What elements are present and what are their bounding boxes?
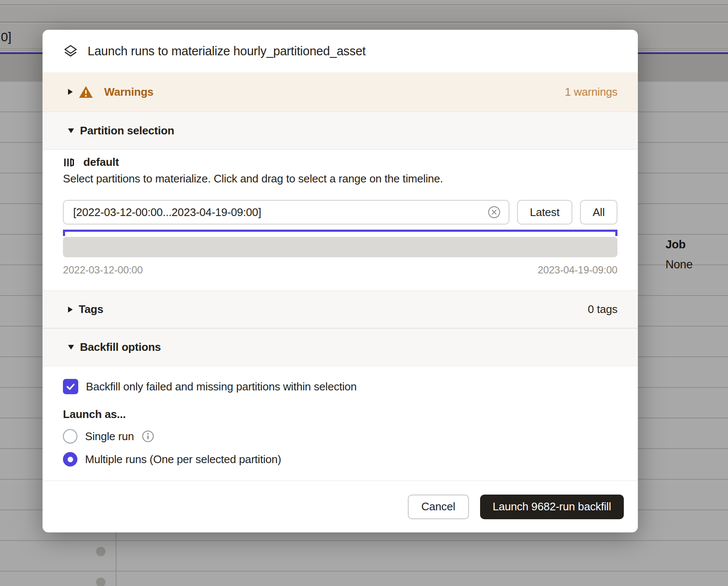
backfill-options-section-header[interactable]: Backfill options [43, 328, 638, 366]
backfill-options-title: Backfill options [80, 341, 161, 354]
partition-description: Select partitions to materialize. Click … [63, 172, 617, 185]
backfill-only-failed-row[interactable]: Backfill only failed and missing partiti… [63, 379, 617, 394]
partition-icon [63, 156, 76, 169]
partition-timeline[interactable] [63, 237, 617, 257]
caret-right-icon [68, 307, 73, 313]
launch-backfill-button[interactable]: Launch 9682-run backfill [480, 495, 624, 519]
tags-count: 0 tags [588, 303, 617, 316]
caret-down-icon [68, 128, 74, 133]
warning-icon [79, 85, 93, 99]
timeline-labels: 2022-03-12-00:00 2023-04-19-09:00 [63, 264, 617, 276]
dialog-footer: Cancel Launch 9682-run backfill [43, 481, 638, 532]
caret-right-icon [68, 89, 73, 95]
partition-selection-title: Partition selection [80, 124, 174, 137]
warnings-label: Warnings [104, 85, 154, 99]
warnings-section-header[interactable]: Warnings 1 warnings [43, 72, 638, 111]
partition-range-value: [2022-03-12-00:00...2023-04-19-09:00] [73, 206, 487, 219]
tags-title: Tags [79, 303, 103, 316]
partition-input-row: [2022-03-12-00:00...2023-04-19-09:00] La… [63, 200, 617, 225]
warnings-count: 1 warnings [565, 85, 617, 99]
tags-section-header[interactable]: Tags 0 tags [43, 290, 638, 328]
latest-button[interactable]: Latest [517, 200, 572, 225]
launch-backfill-dialog: Launch runs to materialize hourly_partit… [43, 30, 638, 532]
dimension-name: default [83, 156, 119, 169]
caret-down-icon [68, 345, 74, 350]
partition-selection-body: default Select partitions to materialize… [43, 150, 638, 290]
multiple-runs-radio[interactable] [63, 452, 77, 467]
timeline-start-label: 2022-03-12-00:00 [63, 264, 143, 276]
single-run-label: Single run [85, 430, 134, 443]
selection-range-bracket [63, 230, 617, 236]
multiple-runs-option[interactable]: Multiple runs (One per selected partitio… [63, 452, 617, 467]
backfill-only-failed-label: Backfill only failed and missing partiti… [86, 380, 357, 393]
single-run-radio[interactable] [63, 429, 77, 444]
single-run-option[interactable]: Single run [63, 429, 617, 444]
multiple-runs-label: Multiple runs (One per selected partitio… [85, 453, 281, 466]
dialog-title: Launch runs to materialize hourly_partit… [88, 44, 366, 58]
checkmark-icon [65, 381, 76, 392]
partition-range-input[interactable]: [2022-03-12-00:00...2023-04-19-09:00] [63, 200, 509, 225]
dialog-header: Launch runs to materialize hourly_partit… [43, 30, 638, 72]
stacks-icon [63, 43, 78, 59]
backfill-only-failed-checkbox[interactable] [63, 379, 78, 394]
launch-as-label: Launch as... [63, 408, 617, 421]
info-icon[interactable] [142, 430, 154, 443]
cancel-button[interactable]: Cancel [408, 495, 469, 519]
clear-input-icon[interactable] [487, 205, 501, 219]
backfill-options-body: Backfill only failed and missing partiti… [43, 366, 638, 481]
dimension-row: default [63, 156, 617, 169]
all-button[interactable]: All [580, 200, 617, 225]
timeline-end-label: 2023-04-19-09:00 [537, 264, 617, 276]
partition-selection-section-header[interactable]: Partition selection [43, 111, 638, 150]
